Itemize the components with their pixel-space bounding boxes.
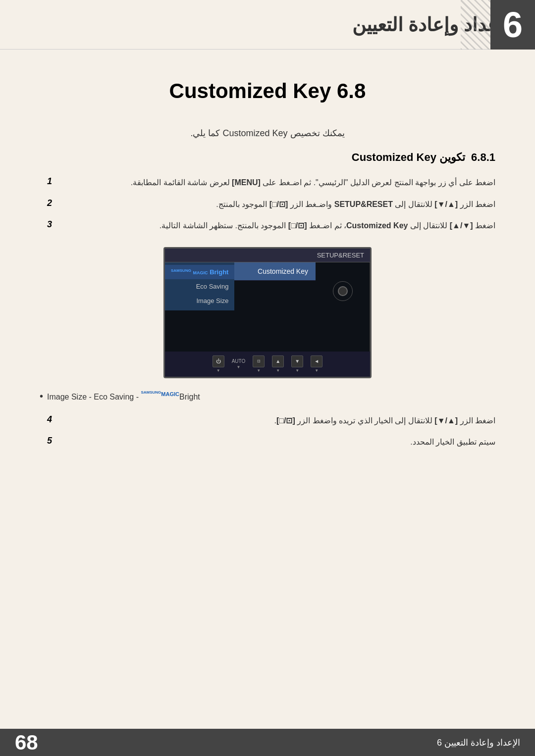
- monitor-image-container: SETUP&RESET: [40, 247, 495, 378]
- bullet-item-1: Image Size - Eco Saving - SAMSUNGMAGICBr…: [40, 391, 495, 402]
- monitor-submenu-panel: SAMSUNG MAGIC Bright Eco Saving Image Si…: [165, 262, 234, 310]
- monitor-submenu-image: Image Size: [165, 294, 234, 308]
- monitor-btn-enter-icon: ⊡: [253, 355, 265, 367]
- monitor-btn-auto-label: ▼: [237, 365, 241, 369]
- monitor-menu-row: Customized Key SAMSUNG MAGIC Bright Eco …: [165, 262, 316, 310]
- monitor-btn-up-icon: ▲: [272, 355, 284, 367]
- samsung-logo-inline: SAMSUNGMAGIC: [141, 391, 179, 397]
- monitor-main-area: Customized Key SAMSUNG MAGIC Bright Eco …: [165, 262, 316, 352]
- monitor-customized-key-item: Customized Key: [234, 262, 316, 281]
- monitor-btn-power: ⏻ ▼: [213, 355, 224, 373]
- section-title: Customized Key 6.8: [40, 79, 495, 103]
- footer-text: الإعداد وإعادة التعيين 6: [437, 737, 520, 748]
- step-3: اضغط [▼/▲] للانتقال إلى Customized Key، …: [40, 219, 495, 232]
- monitor-btn-prev-label: ▼: [315, 368, 319, 373]
- monitor-btn-power-label: ▼: [216, 368, 220, 373]
- monitor-btn-enter: ⊡ ▼: [253, 355, 265, 373]
- monitor-btn-prev: ◄ ▼: [311, 355, 322, 373]
- monitor-frame: SETUP&RESET: [163, 247, 372, 378]
- step-4-number: 4: [40, 414, 52, 425]
- monitor-bottom-bar: ◄ ▼ ▼ ▼ ▲ ▼ ⊡ ▼: [165, 352, 370, 377]
- monitor-btn-down: ▼ ▼: [291, 355, 303, 373]
- step-5-number: 5: [40, 436, 52, 446]
- subsection-number: 6.8.1: [471, 151, 495, 164]
- monitor-sidebar-icon: [333, 281, 353, 301]
- monitor-btn-power-icon: ⏻: [213, 355, 224, 367]
- subsection-681: 6.8.1 تكوين Customized Key اضغط على أي ز…: [40, 151, 495, 449]
- footer-page-number: 68: [15, 732, 38, 753]
- step-5: سيتم تطبيق الخيار المحدد. 5: [40, 436, 495, 449]
- monitor-screen: Customized Key SAMSUNG MAGIC Bright Eco …: [165, 262, 370, 352]
- page-header: الإعداد وإعادة التعيين 6: [0, 0, 535, 50]
- main-content: Customized Key 6.8 يمكنك تخصيص Customize…: [0, 50, 535, 483]
- monitor-submenu-eco: Eco Saving: [165, 279, 234, 294]
- monitor-submenu-magic: SAMSUNG MAGIC Bright: [165, 265, 234, 279]
- step-2: اضغط الزر [▲/▼] للانتقال إلى SETUP&RESET…: [40, 198, 495, 211]
- step-4: اضغط الزر [▲/▼] للانتقال إلى الخيار الذي…: [40, 414, 495, 427]
- monitor-btn-up: ▲ ▼: [272, 355, 284, 373]
- step-1-number: 1: [40, 176, 52, 187]
- section-title-block: Customized Key 6.8: [40, 79, 495, 103]
- stripe-decoration: [461, 0, 490, 50]
- monitor-top-bar: SETUP&RESET: [165, 249, 370, 262]
- monitor-btn-auto-text: AUTO: [232, 358, 246, 364]
- monitor-btn-up-label: ▼: [276, 368, 280, 373]
- monitor-left-menu: Customized Key: [234, 262, 316, 310]
- step-3-text: اضغط [▼/▲] للانتقال إلى Customized Key، …: [59, 219, 495, 232]
- monitor-btn-auto: AUTO ▼: [232, 358, 246, 369]
- steps-list-before: اضغط على أي زر بواجهة المنتج لعرض الدليل…: [40, 176, 495, 232]
- step-5-text: سيتم تطبيق الخيار المحدد.: [59, 436, 495, 449]
- page-footer: 68 الإعداد وإعادة التعيين 6: [0, 729, 535, 756]
- monitor-btn-down-label: ▼: [295, 368, 299, 373]
- bullet-item-1-text: Image Size - Eco Saving - SAMSUNGMAGICBr…: [47, 391, 200, 402]
- step-2-number: 2: [40, 198, 52, 208]
- step-2-text: اضغط الزر [▲/▼] للانتقال إلى SETUP&RESET…: [59, 198, 495, 211]
- monitor-menu-label: SETUP&RESET: [317, 252, 364, 259]
- monitor-btn-enter-label: ▼: [257, 368, 261, 373]
- step-4-text: اضغط الزر [▲/▼] للانتقال إلى الخيار الذي…: [59, 414, 495, 427]
- monitor-btn-down-icon: ▼: [291, 355, 303, 367]
- chapter-number: 6: [503, 7, 523, 43]
- steps-list-after: اضغط الزر [▲/▼] للانتقال إلى الخيار الذي…: [40, 414, 495, 449]
- step-1-text: اضغط على أي زر بواجهة المنتج لعرض الدليل…: [59, 176, 495, 189]
- section-intro: يمكنك تخصيص Customized Key كما يلي.: [40, 128, 495, 139]
- monitor-sidebar: [316, 262, 370, 352]
- subsection-label: تكوين Customized Key: [352, 151, 465, 164]
- monitor-btn-prev-icon: ◄: [311, 355, 322, 367]
- bullet-list: Image Size - Eco Saving - SAMSUNGMAGICBr…: [40, 391, 495, 402]
- monitor-icon-inner: [338, 286, 348, 296]
- chapter-number-box: 6: [490, 0, 535, 50]
- step-3-number: 3: [40, 219, 52, 230]
- monitor-customized-key-label: Customized Key: [258, 267, 308, 275]
- step-1: اضغط على أي زر بواجهة المنتج لعرض الدليل…: [40, 176, 495, 189]
- bullet-dot: •: [40, 391, 43, 402]
- subsection-title: 6.8.1 تكوين Customized Key: [40, 151, 495, 164]
